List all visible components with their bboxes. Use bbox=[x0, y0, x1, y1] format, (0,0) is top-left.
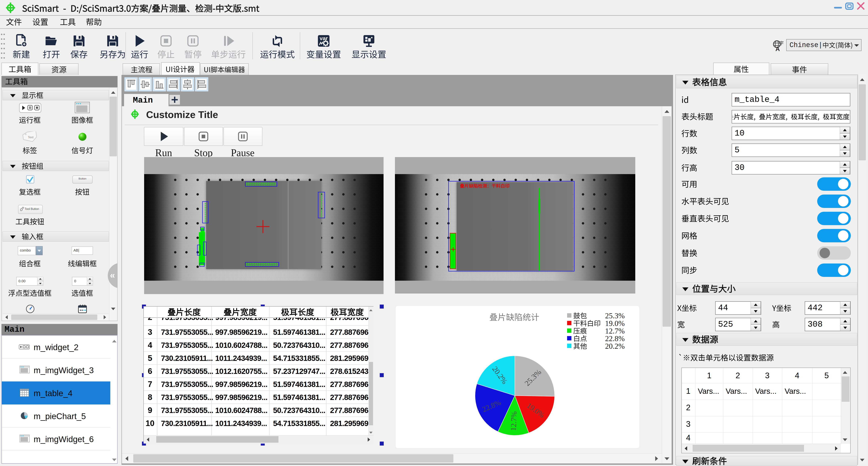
svg-text:Text: Text bbox=[28, 136, 33, 139]
svg-text:A: A bbox=[775, 46, 780, 52]
svg-text:var: var bbox=[319, 35, 328, 41]
